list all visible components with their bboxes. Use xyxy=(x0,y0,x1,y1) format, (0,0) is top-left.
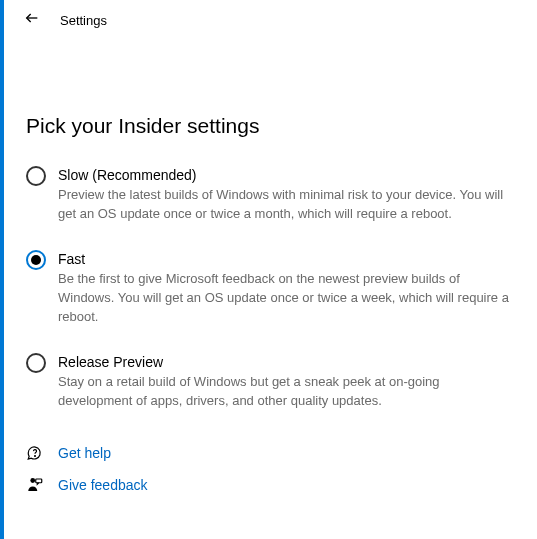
link-label: Give feedback xyxy=(58,477,148,493)
arrow-left-icon xyxy=(24,10,40,30)
accent-bar xyxy=(0,0,4,539)
link-label: Get help xyxy=(58,445,111,461)
header-title: Settings xyxy=(60,13,107,28)
radio-indicator xyxy=(26,353,46,373)
svg-rect-3 xyxy=(36,479,42,483)
radio-description: Be the first to give Microsoft feedback … xyxy=(58,270,511,327)
radio-option-release-preview[interactable]: Release Preview Stay on a retail build o… xyxy=(26,353,511,411)
radio-text: Release Preview Stay on a retail build o… xyxy=(58,353,511,411)
radio-text: Slow (Recommended) Preview the latest bu… xyxy=(58,166,511,224)
radio-description: Preview the latest builds of Windows wit… xyxy=(58,186,511,224)
give-feedback-link[interactable]: Give feedback xyxy=(26,476,511,494)
radio-indicator xyxy=(26,250,46,270)
radio-option-fast[interactable]: Fast Be the first to give Microsoft feed… xyxy=(26,250,511,327)
get-help-link[interactable]: Get help xyxy=(26,444,511,462)
svg-point-1 xyxy=(35,456,36,457)
feedback-icon xyxy=(26,476,44,494)
radio-dot-icon xyxy=(31,255,41,265)
help-links: Get help Give feedback xyxy=(26,444,511,494)
page-title: Pick your Insider settings xyxy=(26,114,511,138)
radio-label: Fast xyxy=(58,250,511,268)
header: Settings xyxy=(0,0,537,38)
radio-description: Stay on a retail build of Windows but ge… xyxy=(58,373,511,411)
radio-indicator xyxy=(26,166,46,186)
radio-label: Release Preview xyxy=(58,353,511,371)
content: Pick your Insider settings Slow (Recomme… xyxy=(0,38,537,494)
radio-label: Slow (Recommended) xyxy=(58,166,511,184)
radio-option-slow[interactable]: Slow (Recommended) Preview the latest bu… xyxy=(26,166,511,224)
radio-text: Fast Be the first to give Microsoft feed… xyxy=(58,250,511,327)
radio-group: Slow (Recommended) Preview the latest bu… xyxy=(26,166,511,410)
svg-point-2 xyxy=(30,479,35,484)
back-button[interactable] xyxy=(22,10,42,30)
help-icon xyxy=(26,444,44,462)
